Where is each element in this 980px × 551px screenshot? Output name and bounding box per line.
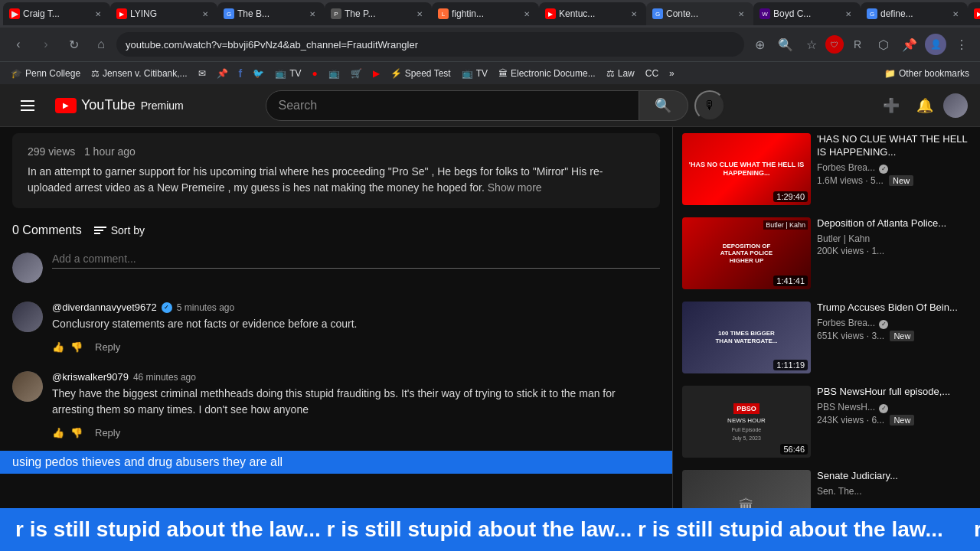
svg-rect-1 [21,105,34,106]
like-button-1[interactable]: 👍 [52,341,64,353]
reply-button-2[interactable]: Reply [89,424,126,442]
youtube-logo[interactable]: YouTube Premium [55,97,184,113]
tab-close-5[interactable]: ✕ [521,8,533,20]
sort-by-button[interactable]: Sort by [94,224,145,236]
header-actions: ➕ 🔔 [876,90,968,121]
extension-icon-2[interactable]: R [845,32,870,57]
bookmark-edoc-label: Electronic Docume... [511,68,596,79]
tab-close-9[interactable]: ✕ [949,8,962,20]
tab-6[interactable]: ▶ Kentuc... ✕ [539,2,646,25]
dislike-button-1[interactable]: 👎 [70,341,83,353]
sidebar-channel-5: Sen. The... [817,486,971,497]
bookmark-twitter[interactable]: 🐦 [248,67,269,80]
bookmark-cc[interactable]: CC [641,67,663,80]
bookmark-tv2[interactable]: 📺 [324,67,345,80]
tab-7-active[interactable]: G Conte... ✕ [646,2,753,25]
tab-title-8: Boyd C... [773,8,839,19]
reload-button[interactable]: ↻ [61,32,86,57]
partial-text: using pedos thieves and drug abusers the… [12,455,283,468]
extension-icon-4[interactable]: 📌 [897,32,922,57]
cast-icon[interactable]: ⊕ [747,32,772,57]
tab-2[interactable]: ▶ LYING ✕ [110,2,217,25]
bookmark-tv1[interactable]: 📺TV [270,67,305,80]
tab-4[interactable]: P The P... ✕ [325,2,432,25]
tab-bar: ▶ Craig T... ✕ ▶ LYING ✕ G The B... ✕ P … [0,0,980,28]
user-avatar-yt[interactable] [943,93,968,118]
bookmark-tv3[interactable]: 📺TV [457,67,492,80]
sidebar-badge-1: New [889,175,913,186]
create-button[interactable]: ➕ [876,90,906,121]
bookmark-fb[interactable]: f [234,66,247,81]
tab-10[interactable]: ▶ @Frau... ✕ [968,2,980,25]
sidebar-video-2[interactable]: DEPOSITION OFATLANTA POLICEHIGHER UP But… [673,211,980,295]
address-bar[interactable]: youtube.com/watch?v=bbvji6PvNz4&ab_chann… [116,32,744,57]
bookmark-yt[interactable]: ▶ [368,67,384,80]
bookmarks-bar: 🎓Penn College ⚖Jensen v. Citibank,... ✉ … [0,61,980,84]
sort-icon [94,227,106,234]
like-button-2[interactable]: 👍 [52,427,64,439]
bookmark-pin[interactable]: 📌 [212,67,233,80]
sidebar-duration-3: 1:11:19 [773,360,808,370]
user-avatar-chrome[interactable]: 👤 [923,32,948,57]
tab-3[interactable]: G The B... ✕ [217,2,325,25]
sidebar-channel-4: PBS NewsH... ✓ [817,402,971,413]
mic-button[interactable]: 🎙 [694,90,725,121]
chrome-menu[interactable]: ⋮ [949,32,974,57]
bookmark-red[interactable]: ● [308,67,322,80]
sidebar-thumb-2: DEPOSITION OFATLANTA POLICEHIGHER UP But… [682,217,811,289]
sidebar-thumb-3: 100 TIMES BIGGERTHAN WATERGATE... 1:11:1… [682,302,811,373]
bookmark-law[interactable]: ⚖Law [602,67,639,80]
other-bookmarks[interactable]: 📁Other bookmarks [880,67,974,80]
tab-8[interactable]: W Boyd C... ✕ [753,2,861,25]
youtube-app: YouTube Premium 🔍 🎙 ➕ 🔔 299 views [0,84,980,551]
bookmark-shop[interactable]: 🛒 [346,67,367,80]
sidebar-video-1[interactable]: 'HAS NO CLUE WHAT THE HELL IS HAPPENING.… [673,127,980,211]
show-more-button[interactable]: Show more [488,181,542,194]
comment-username-2[interactable]: @kriswalker9079 [52,371,129,383]
sidebar-channel-3: Forbes Brea... ✓ [817,318,971,329]
comments-section: 0 Comments Sort by [0,214,672,483]
comment-body-1: @diverdannavyvet9672 ✓ 5 minutes ago Con… [52,302,660,356]
comment-item-2: @kriswalker9079 46 minutes ago They have… [12,371,660,442]
add-comment-row [12,253,660,283]
home-button[interactable]: ⌂ [89,32,113,57]
tab-close-2[interactable]: ✕ [199,8,211,20]
extension-icon-1[interactable]: 🛡 [825,35,844,54]
tab-close-6[interactable]: ✕ [628,8,640,20]
comments-count-label: 0 Comments [12,223,82,237]
sidebar-video-4[interactable]: PBSO NEWS HOUR Full Episode July 5, 2023… [673,380,980,464]
hamburger-menu[interactable] [12,90,43,121]
sidebar-meta-4: 243K views · 6... New [817,415,971,425]
reply-button-1[interactable]: Reply [89,338,126,356]
tab-close-8[interactable]: ✕ [842,8,854,20]
dislike-button-2[interactable]: 👎 [70,427,83,439]
comment-username-1[interactable]: @diverdannavyvet9672 [52,302,157,313]
extension-icon-3[interactable]: ⬡ [871,32,896,57]
back-button[interactable]: ‹ [6,32,31,57]
tab-5[interactable]: L fightin... ✕ [432,2,539,25]
sort-by-label: Sort by [111,224,145,236]
tab-9[interactable]: G define... ✕ [861,2,968,25]
comment-text-input[interactable] [52,253,660,265]
sidebar-badge-3: New [890,331,914,341]
bookmark-speedtest[interactable]: ⚡Speed Test [386,67,456,80]
search-input[interactable] [279,99,626,112]
bookmarks-overflow[interactable]: » [665,67,679,80]
forward-button[interactable]: › [34,32,58,57]
sidebar-title-5: Senate Judiciary... [817,470,971,483]
tab-close-7[interactable]: ✕ [735,8,747,20]
tab-close[interactable]: ✕ [92,8,104,20]
bookmark-penn-college[interactable]: 🎓Penn College [6,67,85,80]
youtube-header: YouTube Premium 🔍 🎙 ➕ 🔔 [0,84,980,127]
tab-1[interactable]: ▶ Craig T... ✕ [3,2,110,25]
bookmark-electronic-doc[interactable]: 🏛Electronic Docume... [494,67,600,80]
zoom-icon[interactable]: 🔍 [773,32,798,57]
star-icon[interactable]: ☆ [799,32,824,57]
tab-close-4[interactable]: ✕ [413,8,426,20]
tab-close-3[interactable]: ✕ [306,8,318,20]
bookmark-gmail[interactable]: ✉ [194,67,211,80]
notifications-button[interactable]: 🔔 [910,90,940,121]
sidebar-video-3[interactable]: 100 TIMES BIGGERTHAN WATERGATE... 1:11:1… [673,295,980,380]
bookmark-jensen[interactable]: ⚖Jensen v. Citibank,... [87,67,192,80]
search-button[interactable]: 🔍 [639,90,688,121]
